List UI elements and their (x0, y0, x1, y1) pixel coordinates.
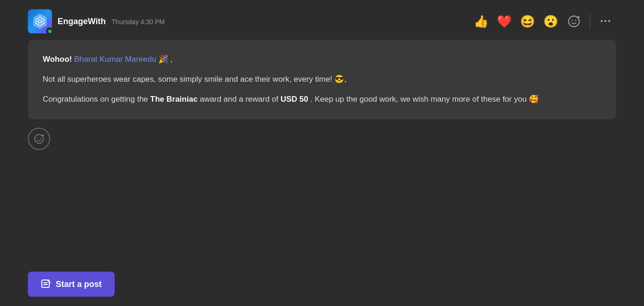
message-line-3: Congratulations on getting the The Brain… (43, 93, 601, 106)
svg-point-2 (568, 16, 579, 27)
message-card: Wohoo! Bharat Kumar Mareedu 🎉 , Not all … (28, 40, 616, 119)
online-dot (47, 29, 52, 34)
start-post-button[interactable]: Start a post (28, 272, 115, 297)
reward-amount: USD 50 (280, 95, 308, 104)
svg-point-9 (40, 137, 41, 138)
header-divider (590, 14, 590, 29)
emoji-add-icon (568, 15, 580, 27)
sender-info: EngageWith Thursday 4:30 PM (58, 17, 165, 26)
header-right: 👍 ❤️ 😆 😮 ··· (471, 11, 616, 32)
add-emoji-reaction-button[interactable] (564, 11, 584, 32)
more-options-button[interactable]: ··· (596, 13, 616, 30)
laughing-reaction-button[interactable]: 😆 (517, 11, 538, 32)
svg-point-4 (575, 20, 576, 21)
line2-text: Not all superheroes wear capes, some sim… (43, 75, 346, 84)
message-header: CI EngageWith Thursday 4:30 PM 👍 ❤️ 😆 😮 (28, 9, 616, 33)
line3-middle: award and a reward of (200, 95, 280, 104)
message-line-1: Wohoo! Bharat Kumar Mareedu 🎉 , (43, 53, 601, 66)
wow-reaction-button[interactable]: 😮 (540, 11, 561, 32)
svg-point-3 (571, 20, 572, 21)
header-left: CI EngageWith Thursday 4:30 PM (28, 9, 165, 33)
start-post-icon (41, 279, 51, 289)
thumbs-up-reaction-button[interactable]: 👍 (471, 11, 491, 32)
emoji-reaction-add-button[interactable] (28, 128, 50, 150)
message-time: Thursday 4:30 PM (111, 18, 164, 26)
engagewith-logo-icon: CI (31, 13, 49, 30)
heart-reaction-button[interactable]: ❤️ (494, 11, 514, 32)
sender-name: EngageWith (58, 17, 106, 26)
mention-name: Bharat Kumar Mareedu (74, 55, 156, 64)
message-line-2: Not all superheroes wear capes, some sim… (43, 73, 601, 86)
avatar: CI (28, 9, 52, 33)
svg-text:CI: CI (38, 19, 43, 24)
party-emoji: 🎉 (158, 55, 168, 64)
line3-prefix: Congratulations on getting the (43, 95, 150, 104)
wohoo-text: Wohoo! (43, 55, 72, 64)
smiley-add-icon (34, 134, 44, 144)
bottom-bar: Start a post (0, 264, 644, 306)
start-post-label: Start a post (56, 280, 102, 289)
line3-suffix: . Keep up the good work, we wish many mo… (311, 95, 539, 104)
svg-point-7 (35, 134, 44, 143)
award-name: The Brainiac (150, 95, 198, 104)
line1-suffix: , (170, 55, 173, 64)
message-container: CI EngageWith Thursday 4:30 PM 👍 ❤️ 😆 😮 (0, 0, 644, 264)
online-badge (46, 27, 53, 35)
svg-point-8 (37, 137, 38, 138)
